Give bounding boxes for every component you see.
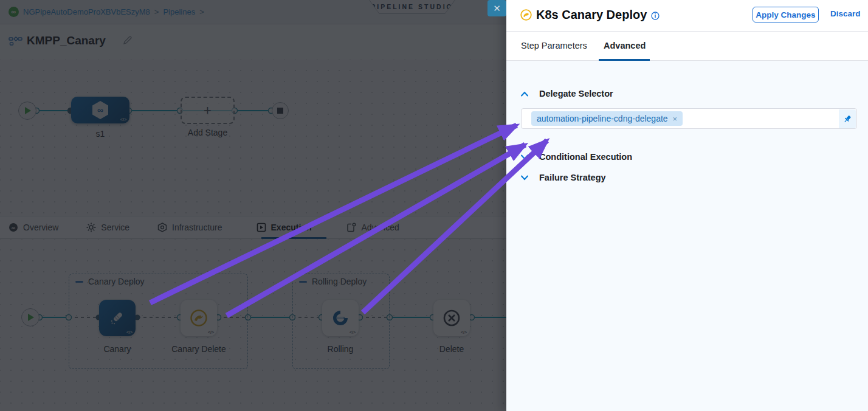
close-drawer-button[interactable]: ✕ xyxy=(487,0,506,16)
apply-changes-button[interactable]: Apply Changes xyxy=(753,7,819,22)
pipeline-graph-icon xyxy=(9,35,23,46)
step-label-rolling: Rolling xyxy=(310,344,371,354)
project-logo-icon: ∞ xyxy=(9,7,19,17)
section-failure-strategy[interactable]: Failure Strategy xyxy=(520,173,606,182)
pipeline-studio-app: ∞ NGPipeAutoDemoProXBVbESzyM8 > Pipeline… xyxy=(0,0,868,411)
svg-text:∞: ∞ xyxy=(12,225,16,231)
drawer-title: K8s Canary Deploy xyxy=(536,8,647,22)
play-icon xyxy=(24,107,31,114)
pipeline-start-node[interactable] xyxy=(18,102,36,120)
tab-advanced[interactable]: Advanced xyxy=(346,216,399,238)
pipeline-end-node xyxy=(272,102,289,119)
step-code-glyph: </> xyxy=(126,330,133,334)
discard-button[interactable]: Discard xyxy=(830,9,861,18)
group-label-canary-deploy[interactable]: Canary Deploy xyxy=(75,277,145,286)
step-node-delete[interactable]: </> xyxy=(433,300,470,336)
step-label-canary-delete: Canary Delete xyxy=(168,344,229,354)
breadcrumb-pipelines-link[interactable]: Pipelines xyxy=(163,7,195,16)
step-node-canary[interactable]: </> xyxy=(99,300,136,336)
canary-deployment-icon xyxy=(108,309,126,327)
pipeline-studio-banner: PIPELINE STUDIO xyxy=(369,0,455,14)
collapse-icon[interactable] xyxy=(299,281,307,283)
pipeline-title-bar: KMPP_Canary VISUAL YAML xyxy=(0,25,506,60)
plus-icon: + xyxy=(204,103,212,119)
pipeline-studio-label: PIPELINE STUDIO xyxy=(371,3,453,10)
stage-canvas[interactable]: ∞ </> s1 + Add Stage xyxy=(0,60,506,216)
canary-step-icon xyxy=(520,9,532,21)
section-delegate-selector[interactable]: Delegate Selector xyxy=(520,89,613,98)
tab-advanced[interactable]: Advanced xyxy=(604,41,646,50)
play-icon xyxy=(27,314,34,321)
breadcrumb-separator: > xyxy=(199,7,204,16)
execution-icon xyxy=(257,223,266,232)
step-code-glyph: </> xyxy=(350,330,356,334)
add-stage-label: Add Stage xyxy=(181,128,235,137)
breadcrumb-project-link[interactable]: NGPipeAutoDemoProXBVbESzyM8 xyxy=(23,7,150,16)
breadcrumb-separator: > xyxy=(154,7,159,16)
delegate-tag-label: automation-pipeline-cdng-delegate xyxy=(537,114,668,123)
delegate-tag-chip: automation-pipeline-cdng-delegate × xyxy=(531,111,683,126)
step-code-glyph: </> xyxy=(208,330,214,334)
remove-tag-icon[interactable]: × xyxy=(673,114,678,123)
execution-canvas[interactable]: Canary Deploy Rolling Deploy xyxy=(0,239,506,411)
chevron-down-icon[interactable] xyxy=(520,154,529,160)
group-label-rolling-deploy[interactable]: Rolling Deploy xyxy=(299,277,367,286)
tab-execution[interactable]: Execution xyxy=(257,216,312,238)
close-icon: ✕ xyxy=(493,3,501,13)
drawer-tabbar: Step Parameters Advanced xyxy=(506,32,868,61)
step-group-canary-deploy[interactable] xyxy=(69,274,248,369)
collapse-icon[interactable] xyxy=(75,281,83,283)
step-node-rolling[interactable]: </> xyxy=(322,300,359,336)
stop-icon xyxy=(277,108,283,114)
step-label-delete: Delete xyxy=(421,344,482,354)
canary-delete-icon xyxy=(190,309,208,327)
delete-step-icon xyxy=(443,309,461,327)
overview-icon: ∞ xyxy=(9,223,18,232)
drawer-body: Delegate Selector automation-pipeline-cd… xyxy=(506,61,868,411)
pin-icon xyxy=(842,114,852,124)
page-title: KMPP_Canary xyxy=(27,34,106,47)
chevron-down-icon[interactable] xyxy=(520,175,529,181)
edit-pencil-icon[interactable] xyxy=(123,35,133,45)
delegate-selector-input[interactable]: automation-pipeline-cdng-delegate × xyxy=(521,108,857,129)
tab-step-parameters[interactable]: Step Parameters xyxy=(521,41,587,50)
step-label-canary: Canary xyxy=(87,344,148,354)
stage-code-glyph: </> xyxy=(120,117,126,122)
step-config-drawer: K8s Canary Deploy Apply Changes Discard … xyxy=(506,0,868,411)
drawer-header: K8s Canary Deploy Apply Changes Discard xyxy=(506,0,868,32)
section-conditional-execution[interactable]: Conditional Execution xyxy=(520,152,632,162)
harness-cd-stage-icon: ∞ xyxy=(91,100,109,120)
rolling-deployment-icon xyxy=(332,309,349,326)
stage-node-s1[interactable]: ∞ </> xyxy=(71,97,129,123)
svg-text:∞: ∞ xyxy=(97,105,103,115)
step-code-glyph: </> xyxy=(461,330,467,334)
chevron-up-icon[interactable] xyxy=(520,91,529,97)
tab-overview[interactable]: ∞ Overview xyxy=(9,216,58,238)
tab-infrastructure[interactable]: Infrastructure xyxy=(157,216,222,238)
stage-label: s1 xyxy=(71,129,129,139)
fixed-value-pin-button[interactable] xyxy=(839,109,856,128)
infrastructure-icon xyxy=(157,223,167,232)
add-stage-button[interactable]: + xyxy=(181,97,235,124)
tab-service[interactable]: Service xyxy=(86,216,129,238)
info-icon[interactable] xyxy=(651,12,660,20)
stage-tabbar: ∞ Overview Service Infr xyxy=(0,216,506,239)
execution-start-node[interactable] xyxy=(21,308,40,326)
left-panel: ∞ NGPipeAutoDemoProXBVbESzyM8 > Pipeline… xyxy=(0,0,506,411)
advanced-icon xyxy=(346,223,356,232)
gear-icon xyxy=(86,223,96,232)
step-node-canary-delete[interactable]: </> xyxy=(181,300,217,336)
